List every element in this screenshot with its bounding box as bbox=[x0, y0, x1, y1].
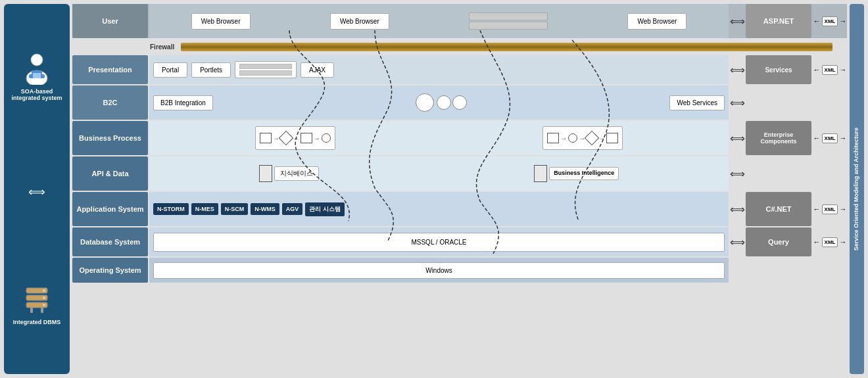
windows-box: Windows bbox=[153, 262, 725, 279]
soa-label: SOA-based integrated system bbox=[8, 88, 66, 101]
portlets-box: Portlets bbox=[191, 62, 231, 78]
aspnet-right-arrow: → bbox=[839, 17, 846, 25]
agv-box: AGV bbox=[282, 203, 303, 215]
wf-circle-1 bbox=[322, 133, 331, 143]
csharp-label: C#.NET bbox=[765, 205, 791, 213]
query-right-arrow: → bbox=[839, 238, 846, 246]
wf-rect-2 bbox=[301, 133, 312, 143]
b2c-circle-2 bbox=[437, 95, 451, 110]
user-label: User bbox=[72, 4, 148, 38]
app-arrow: ⟺ bbox=[730, 192, 744, 226]
workflow-1: → → → bbox=[255, 126, 335, 150]
wf-rect-3 bbox=[547, 133, 559, 143]
b2c-label: B2C bbox=[72, 85, 148, 120]
left-sidebar: SOA-based integrated system ⟺ Integra bbox=[4, 4, 70, 374]
sidebar-arrow-1: ⟺ bbox=[28, 185, 45, 199]
web-browser-3: Web Browser bbox=[627, 13, 687, 30]
wf-arrow-4: → bbox=[560, 135, 567, 142]
api-rect-1 bbox=[259, 165, 272, 182]
bp-arrow: ⟺ bbox=[730, 121, 744, 155]
aspnet-xml: XML bbox=[822, 16, 838, 26]
soa-title: Service Oriented Modeling and Architectu… bbox=[853, 128, 861, 250]
workflow-2: → → → bbox=[542, 126, 623, 150]
database-system-row: Database System MSSQL / ORACLE ⟺ Query ←… bbox=[72, 227, 847, 256]
wf-arrow-6: → bbox=[598, 135, 605, 142]
dbms-label: Integrated DBMS bbox=[13, 319, 61, 325]
portal-box: Portal bbox=[153, 62, 187, 78]
nscm-box: N-SCM bbox=[221, 203, 249, 215]
web-browser-1: Web Browser bbox=[191, 13, 251, 30]
database-system-label: Database System bbox=[72, 227, 148, 256]
knowledge-box: 지식베이스 bbox=[274, 166, 319, 181]
csharp-xml: XML bbox=[822, 204, 838, 214]
enterprise-xml: XML bbox=[822, 133, 838, 143]
firewall-bar bbox=[181, 43, 832, 51]
operating-system-label: Operating System bbox=[72, 258, 148, 283]
server-icon bbox=[20, 283, 53, 316]
b2c-circle-1 bbox=[416, 93, 434, 112]
business-process-row: Business Process → → → → bbox=[72, 121, 847, 155]
main-container: SOA-based integrated system ⟺ Integra bbox=[0, 0, 868, 378]
web-services-box: Web Services bbox=[669, 95, 725, 110]
api-data-label: API & Data bbox=[72, 156, 148, 191]
api-rect-2 bbox=[534, 165, 547, 182]
api-data-row: API & Data 지식베이스 Business Intelligence ⟺ bbox=[72, 156, 847, 191]
person-icon bbox=[20, 53, 53, 85]
wf-rect-4 bbox=[606, 133, 618, 143]
svg-point-8 bbox=[43, 289, 45, 292]
services-label: Services bbox=[765, 66, 792, 74]
presentation-label: Presentation bbox=[72, 55, 148, 84]
mssql-oracle-box: MSSQL / ORACLE bbox=[153, 233, 725, 252]
services-right-arrow: → bbox=[839, 66, 846, 74]
svg-point-0 bbox=[31, 54, 43, 66]
aspnet-left-arrow: ← bbox=[813, 17, 821, 25]
web-browser-2: Web Browser bbox=[330, 13, 389, 30]
business-process-label: Business Process bbox=[72, 121, 148, 155]
db-arrow: ⟺ bbox=[730, 227, 744, 256]
firewall-label: Firewall bbox=[150, 43, 174, 51]
query-label: Query bbox=[768, 238, 789, 246]
b2c-row: B2C B2B Integration Web Services ⟺ bbox=[72, 85, 847, 120]
query-left-arrow: ← bbox=[813, 238, 821, 246]
presentation-arrow: ⟺ bbox=[730, 55, 744, 84]
far-right-panel: Service Oriented Modeling and Architectu… bbox=[850, 4, 864, 374]
mgmt-box: 관리 시스템 bbox=[305, 202, 345, 216]
user-row-arrow: ⟺ bbox=[730, 4, 744, 38]
server-section: Integrated DBMS bbox=[13, 283, 61, 325]
nmes-box: N-MES bbox=[191, 203, 218, 215]
svg-rect-4 bbox=[33, 73, 41, 78]
wf-diamond-1 bbox=[278, 131, 293, 146]
application-system-row: Application System N-STORM N-MES N-SCM N… bbox=[72, 192, 847, 226]
user-row: User Web Browser Web Browser Web Browser… bbox=[72, 4, 847, 38]
svg-rect-11 bbox=[30, 308, 33, 313]
wf-rect-1 bbox=[260, 133, 272, 143]
query-xml: XML bbox=[822, 237, 838, 247]
bi-box: Business Intelligence bbox=[549, 167, 619, 180]
enterprise-left-arrow: ← bbox=[813, 134, 821, 142]
aspnet-label: ASP.NET bbox=[763, 17, 794, 25]
enterprise-label: Enterprise Components bbox=[747, 131, 810, 145]
operating-system-row: Operating System Windows bbox=[72, 258, 847, 283]
wf-diamond-2 bbox=[585, 131, 600, 146]
csharp-right-arrow: → bbox=[839, 205, 846, 213]
ajax-box: AJAX bbox=[301, 62, 334, 78]
b2c-arrow: ⟺ bbox=[730, 85, 744, 120]
firewall-row: Firewall bbox=[72, 39, 847, 54]
enterprise-right-arrow: → bbox=[839, 134, 846, 142]
wf-arrow-3: → bbox=[314, 135, 320, 142]
svg-point-10 bbox=[43, 304, 45, 306]
services-left-arrow: ← bbox=[813, 66, 821, 74]
application-system-label: Application System bbox=[72, 192, 148, 226]
svg-point-9 bbox=[43, 296, 45, 299]
api-arrow: ⟺ bbox=[730, 156, 744, 191]
b2b-integration-box: B2B Integration bbox=[153, 95, 213, 110]
csharp-left-arrow: ← bbox=[813, 205, 821, 213]
nstorm-box: N-STORM bbox=[153, 203, 189, 215]
nwms-box: N-WMS bbox=[251, 203, 279, 215]
soa-section: SOA-based integrated system bbox=[8, 53, 66, 101]
services-xml: XML bbox=[822, 65, 838, 75]
presentation-row: Presentation Portal Portlets AJAX ⟺ Serv… bbox=[72, 55, 847, 84]
svg-rect-12 bbox=[41, 308, 43, 313]
b2c-circle-3 bbox=[452, 95, 467, 110]
main-wrapper: User Web Browser Web Browser Web Browser… bbox=[72, 4, 847, 374]
